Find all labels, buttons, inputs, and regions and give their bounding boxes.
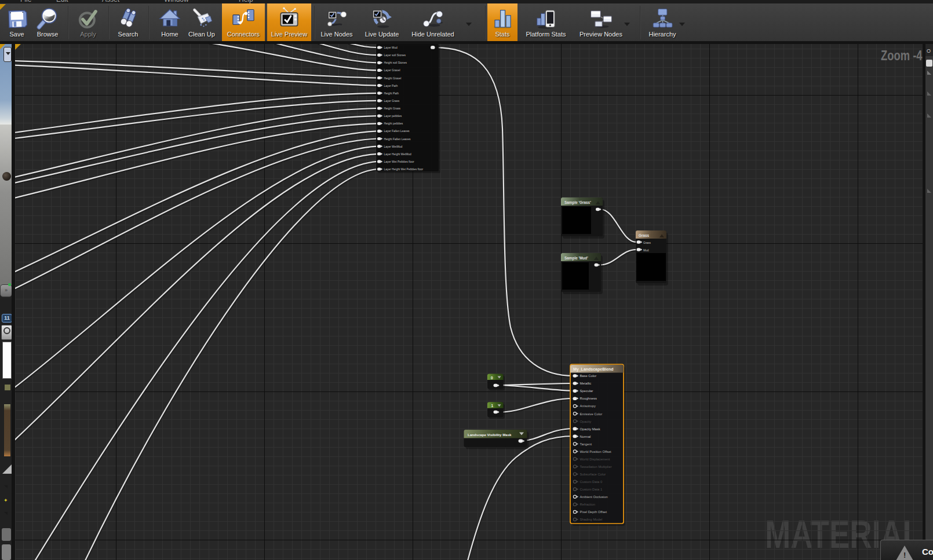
svg-text:Layer Grass: Layer Grass bbox=[384, 100, 400, 103]
svg-text:Height Path: Height Path bbox=[384, 92, 399, 95]
svg-text:Shading Model: Shading Model bbox=[580, 518, 603, 521]
svg-text:Sample 'Grass': Sample 'Grass' bbox=[564, 200, 591, 205]
svg-text:Subsurface Color: Subsurface Color bbox=[580, 473, 606, 476]
svg-text:Layer Gravel: Layer Gravel bbox=[384, 69, 400, 72]
svg-text:Opacity: Opacity bbox=[580, 420, 592, 423]
svg-text:World Displacement: World Displacement bbox=[580, 457, 610, 461]
svg-text:Tangent: Tangent bbox=[580, 442, 592, 446]
svg-text:Emissive Color: Emissive Color bbox=[580, 412, 603, 416]
svg-text:Layer soil Stones: Layer soil Stones bbox=[384, 54, 406, 57]
svg-text:1: 1 bbox=[491, 404, 494, 408]
svg-text:Pixel Depth Offset: Pixel Depth Offset bbox=[580, 510, 607, 514]
svg-text:Grass: Grass bbox=[643, 241, 651, 244]
svg-text:Roughness: Roughness bbox=[580, 397, 597, 400]
svg-text:World Position Offset: World Position Offset bbox=[580, 450, 612, 453]
svg-text:Sample 'Mud': Sample 'Mud' bbox=[564, 256, 588, 261]
svg-text:Specular: Specular bbox=[580, 389, 593, 393]
svg-text:Layer Wet Pebbles floor: Layer Wet Pebbles floor bbox=[384, 160, 414, 163]
svg-text:Tessellation Multiplier: Tessellation Multiplier bbox=[580, 465, 612, 469]
svg-text:Height Grass: Height Grass bbox=[384, 107, 401, 110]
svg-text:Metallic: Metallic bbox=[580, 382, 592, 385]
svg-text:Height Gravel: Height Gravel bbox=[384, 77, 402, 80]
svg-text:Anisotropy: Anisotropy bbox=[580, 404, 596, 408]
svg-text:Opacity Mask: Opacity Mask bbox=[580, 427, 600, 431]
svg-text:Layer Fallen Leaves: Layer Fallen Leaves bbox=[384, 130, 410, 133]
svg-text:Height pebbles: Height pebbles bbox=[384, 122, 403, 125]
svg-text:Layer Mud: Layer Mud bbox=[384, 46, 398, 49]
svg-text:Layer Height Wet Pebbles floor: Layer Height Wet Pebbles floor bbox=[384, 168, 424, 171]
svg-text:Layer pebbles: Layer pebbles bbox=[384, 115, 402, 118]
svg-text:Layer Path: Layer Path bbox=[384, 85, 398, 87]
svg-text:Layer WetMud: Layer WetMud bbox=[384, 145, 403, 148]
svg-text:Custom Data 1: Custom Data 1 bbox=[580, 488, 603, 491]
svg-text:Refraction: Refraction bbox=[580, 503, 595, 506]
svg-text:Mud: Mud bbox=[643, 249, 649, 252]
svg-text:Ambient Occlusion: Ambient Occlusion bbox=[580, 495, 608, 499]
svg-text:Custom Data 0: Custom Data 0 bbox=[580, 480, 603, 484]
svg-text:Height soil Stones: Height soil Stones bbox=[384, 61, 407, 64]
svg-text:Grass: Grass bbox=[639, 233, 650, 237]
svg-text:Landscape Visibility Mask: Landscape Visibility Mask bbox=[468, 433, 512, 437]
svg-text:My_LandscapeBlend: My_LandscapeBlend bbox=[573, 367, 614, 372]
svg-text:Layer Height WetMud: Layer Height WetMud bbox=[384, 153, 411, 156]
svg-text:Height Fallen Leaves: Height Fallen Leaves bbox=[384, 138, 411, 141]
svg-text:Base Color: Base Color bbox=[580, 374, 597, 378]
svg-text:Normal: Normal bbox=[580, 435, 591, 438]
svg-text:0: 0 bbox=[491, 376, 493, 380]
